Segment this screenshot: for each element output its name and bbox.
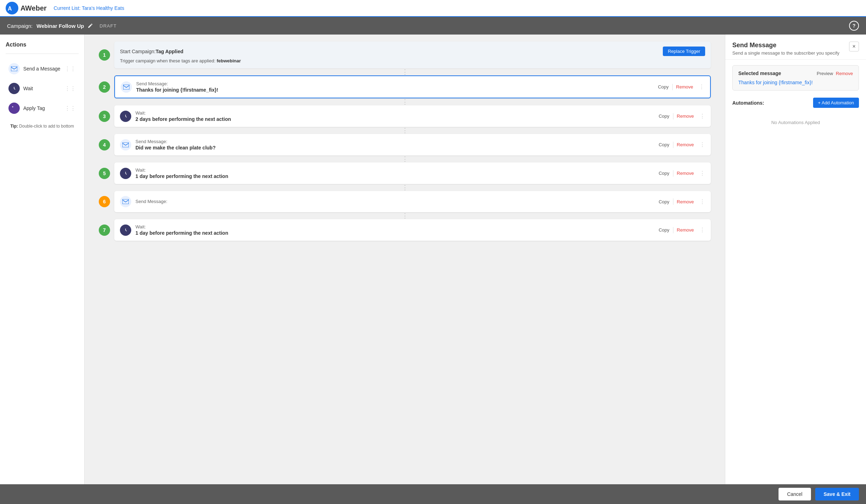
bottom-bar: Cancel Save & Exit [0, 484, 866, 504]
step5-drag-handle[interactable]: ⋮ [700, 170, 705, 177]
step4-copy-button[interactable]: Copy [656, 141, 672, 149]
clock-icon-sidebar [8, 83, 20, 94]
sidebar: Actions Send a Message ⋮⋮ Wait ⋮⋮ [0, 35, 85, 484]
remove-message-button[interactable]: Remove [836, 71, 853, 76]
cancel-button[interactable]: Cancel [779, 488, 811, 500]
step6-envelope-icon [120, 196, 131, 207]
step7-copy-button[interactable]: Copy [656, 226, 672, 234]
top-nav: A AWeber Current List: Tara's Healthy Ea… [0, 0, 866, 17]
step-card-4[interactable]: Send Message: Did we make the clean plat… [114, 134, 711, 155]
step2-copy-button[interactable]: Copy [655, 83, 671, 91]
step7-clock-icon [120, 225, 131, 236]
panel-close-button[interactable]: × [849, 42, 859, 51]
step6-title: Send Message: [135, 199, 656, 204]
step3-copy-button[interactable]: Copy [656, 112, 672, 120]
svg-rect-9 [122, 199, 129, 204]
envelope-icon [8, 63, 20, 74]
step5-copy-button[interactable]: Copy [656, 169, 672, 177]
logo: A AWeber [6, 2, 47, 14]
step5-title: Wait: [135, 167, 656, 173]
step2-remove-button[interactable]: Remove [673, 83, 696, 91]
drag-handle-wait[interactable]: ⋮⋮ [65, 85, 76, 92]
add-automation-button[interactable]: + Add Automation [813, 98, 859, 108]
step-card-6[interactable]: Send Message: Copy Remove ⋮ [114, 191, 711, 212]
step7-title: Wait: [135, 224, 656, 229]
connector-5-6 [99, 184, 711, 191]
step2-detail: Thanks for joining {!firstname_fix}! [136, 87, 655, 93]
canvas: 1 Start Campaign:Tag Applied Replace Tri… [85, 35, 725, 484]
step7-detail: 1 day before performing the next action [135, 230, 656, 236]
step2-actions: Copy Remove [655, 83, 696, 91]
connector-4-5 [99, 155, 711, 162]
step7-content: Wait: 1 day before performing the next a… [135, 224, 656, 236]
step5-detail: 1 day before performing the next action [135, 173, 656, 179]
step4-detail: Did we make the clean plate club? [135, 145, 656, 150]
automations-section: Automations: + Add Automation No Automat… [732, 98, 859, 132]
step-row-5: 5 Wait: 1 day before performing the next… [99, 162, 711, 184]
step-row-6: 6 Send Message: Copy Remove ⋮ [99, 191, 711, 212]
step-row-2: 2 Send Message: Thanks for joining {!fir… [99, 75, 711, 98]
step5-actions: Copy Remove [656, 169, 697, 177]
trigger-subtitle: Trigger campaign when these tags are app… [120, 58, 705, 63]
step3-drag-handle[interactable]: ⋮ [700, 113, 705, 119]
step7-drag-handle[interactable]: ⋮ [700, 227, 705, 233]
step5-clock-icon [120, 168, 131, 179]
svg-rect-7 [122, 142, 129, 147]
sidebar-item-send-message[interactable]: Send a Message ⋮⋮ [6, 60, 79, 78]
step7-remove-button[interactable]: Remove [674, 226, 697, 234]
step-number-3: 3 [99, 111, 110, 122]
campaign-name: Webinar Follow Up [37, 23, 84, 29]
automations-header: Automations: + Add Automation [732, 98, 859, 108]
help-button[interactable]: ? [849, 21, 859, 31]
step7-divider [673, 227, 673, 233]
step-row-4: 4 Send Message: Did we make the clean pl… [99, 134, 711, 155]
connector-1-2 [99, 68, 711, 75]
step3-title: Wait: [135, 110, 656, 116]
sidebar-tip: Tip: Double-click to add to bottom [6, 123, 79, 129]
drag-handle-send-message[interactable]: ⋮⋮ [65, 66, 76, 72]
trigger-tag-value: febwebinar [217, 58, 241, 63]
replace-trigger-button[interactable]: Replace Trigger [663, 47, 705, 56]
step6-drag-handle[interactable]: ⋮ [700, 198, 705, 205]
step-number-1: 1 [99, 49, 110, 61]
step2-envelope-icon [121, 81, 132, 93]
step-card-7[interactable]: Wait: 1 day before performing the next a… [114, 219, 711, 241]
step3-divider [673, 113, 673, 119]
step-card-5[interactable]: Wait: 1 day before performing the next a… [114, 162, 711, 184]
step2-drag-handle[interactable]: ⋮ [699, 84, 704, 90]
step3-remove-button[interactable]: Remove [674, 112, 697, 120]
step5-content: Wait: 1 day before performing the next a… [135, 167, 656, 179]
step6-copy-button[interactable]: Copy [656, 198, 672, 206]
step4-drag-handle[interactable]: ⋮ [700, 141, 705, 148]
panel-header: Send Message Send a single message to th… [725, 35, 866, 60]
step-number-6: 6 [99, 196, 110, 207]
panel-subtitle: Send a single message to the subscriber … [732, 50, 849, 56]
save-exit-button[interactable]: Save & Exit [815, 488, 859, 500]
main-area: Actions Send a Message ⋮⋮ Wait ⋮⋮ [0, 35, 866, 484]
preview-button[interactable]: Preview [817, 71, 833, 76]
step4-remove-button[interactable]: Remove [674, 141, 697, 149]
current-list-link[interactable]: Current List: Tara's Healthy Eats [54, 5, 124, 11]
campaign-header: Campaign: Webinar Follow Up DRAFT ? [0, 17, 866, 35]
sidebar-item-wait[interactable]: Wait ⋮⋮ [6, 79, 79, 98]
step6-remove-button[interactable]: Remove [674, 198, 697, 206]
step-row-3: 3 Wait: 2 days before performing the nex… [99, 105, 711, 127]
step5-remove-button[interactable]: Remove [674, 169, 697, 177]
step7-suffix: before performing the next action [148, 230, 228, 236]
trigger-card: Start Campaign:Tag Applied Replace Trigg… [114, 42, 711, 68]
step5-divider [673, 170, 673, 177]
step5-days-bold: 1 day [135, 173, 148, 179]
panel-title: Send Message [732, 42, 849, 49]
sidebar-item-apply-tag[interactable]: Apply Tag ⋮⋮ [6, 99, 79, 117]
step-card-3[interactable]: Wait: 2 days before performing the next … [114, 105, 711, 127]
step-number-4: 4 [99, 139, 110, 150]
step3-actions: Copy Remove [656, 112, 697, 120]
svg-text:A: A [8, 6, 12, 12]
trigger-title: Start Campaign:Tag Applied [120, 49, 663, 54]
step-card-2[interactable]: Send Message: Thanks for joining {!first… [114, 75, 711, 98]
step4-envelope-icon [120, 139, 131, 150]
edit-icon[interactable] [87, 22, 94, 30]
step3-clock-icon [120, 111, 131, 122]
drag-handle-apply-tag[interactable]: ⋮⋮ [65, 105, 76, 112]
step4-title: Send Message: [135, 139, 656, 144]
